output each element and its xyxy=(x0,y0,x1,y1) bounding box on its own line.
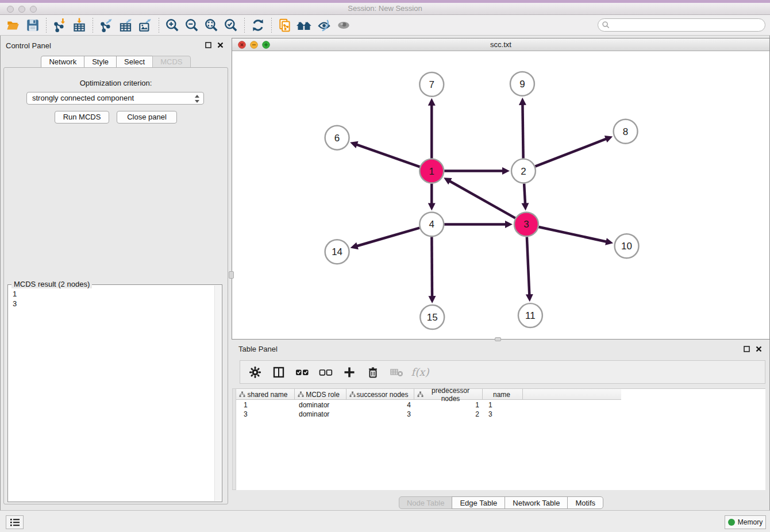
export-network-icon[interactable] xyxy=(97,17,116,34)
graph-edge-3-1[interactable] xyxy=(450,181,515,218)
toolbar-separator xyxy=(46,18,47,33)
graph-edge-3-10[interactable] xyxy=(538,227,606,242)
mcds-result-list[interactable]: 1 3 xyxy=(13,289,17,309)
graph-edge-4-15[interactable] xyxy=(432,237,432,296)
cell-name: 1 xyxy=(488,400,492,410)
tab-network-table[interactable]: Network Table xyxy=(505,496,568,509)
application-window: Session: New Session xyxy=(0,0,770,532)
graph-node-label: 11 xyxy=(525,310,536,321)
graph-node-label: 9 xyxy=(519,79,525,90)
graph-edge-2-3[interactable] xyxy=(524,184,525,204)
graph-node-14[interactable]: 14 xyxy=(325,240,349,264)
import-table-icon[interactable] xyxy=(70,17,89,34)
gear-icon[interactable] xyxy=(248,365,262,379)
list-icon xyxy=(10,518,20,527)
vertical-splitter-handle[interactable] xyxy=(229,271,234,279)
close-panel-icon[interactable] xyxy=(756,346,762,352)
graph-node-3[interactable]: 3 xyxy=(514,212,538,236)
show-graphics-details-icon[interactable] xyxy=(334,17,353,34)
column-header-successor-nodes[interactable]: successor nodes xyxy=(346,389,414,400)
select-all-checkboxes-icon[interactable] xyxy=(295,365,309,379)
graph-edge-2-8[interactable] xyxy=(535,139,606,167)
graph-edge-arrowhead xyxy=(351,242,359,249)
hierarchy-icon xyxy=(298,391,304,398)
close-panel-button[interactable]: Close panel xyxy=(117,111,177,124)
deselect-all-checkboxes-icon[interactable] xyxy=(319,365,333,379)
hierarchy-icon xyxy=(417,391,424,398)
save-session-icon[interactable] xyxy=(23,17,43,34)
apply-preferred-layout-icon[interactable] xyxy=(248,17,268,34)
zoom-fit-icon[interactable] xyxy=(202,17,221,34)
zoom-out-icon[interactable] xyxy=(182,17,202,34)
graph-edge-arrowhead xyxy=(502,167,510,175)
cell-predecessor-nodes: 2 xyxy=(414,410,479,419)
column-header-predecessor-nodes[interactable]: predecessor nodes xyxy=(414,389,483,400)
optimization-criterion-select[interactable]: strongly connected component xyxy=(26,92,204,105)
graph-node-label: 7 xyxy=(429,79,434,90)
network-canvas[interactable]: 7968124314101511 xyxy=(232,51,769,339)
graph-node-10[interactable]: 10 xyxy=(615,234,639,258)
new-network-from-selection-icon[interactable] xyxy=(275,17,295,34)
export-table-icon[interactable] xyxy=(116,17,136,34)
titlebar-accent xyxy=(0,0,770,3)
apply-function-icon[interactable]: f(x) xyxy=(413,365,427,379)
result-scrollbar[interactable] xyxy=(214,286,221,501)
graph-node-1[interactable]: 1 xyxy=(419,159,444,183)
graph-node-15[interactable]: 15 xyxy=(420,305,444,329)
tab-motifs[interactable]: Motifs xyxy=(567,496,603,509)
run-mcds-button[interactable]: Run MCDS xyxy=(55,111,109,124)
graph-edge-arrowhead xyxy=(429,296,436,303)
graph-node-label: 6 xyxy=(334,133,340,144)
tab-network[interactable]: Network xyxy=(41,56,84,68)
graph-edge-arrowhead xyxy=(521,203,529,210)
column-header-mcds-role[interactable]: MCDS role xyxy=(295,389,346,400)
memory-button[interactable]: Memory xyxy=(725,515,766,529)
graph-node-11[interactable]: 11 xyxy=(518,303,542,327)
graph-node-8[interactable]: 8 xyxy=(614,119,638,144)
float-panel-icon[interactable] xyxy=(205,42,211,48)
graph-node-label: 2 xyxy=(521,166,526,177)
tab-edge-table[interactable]: Edge Table xyxy=(452,496,505,509)
graph-edge-1-6[interactable] xyxy=(356,145,419,167)
table-panel-header: Table Panel xyxy=(232,342,770,357)
network-graph[interactable]: 7968124314101511 xyxy=(232,51,769,339)
graph-node-4[interactable]: 4 xyxy=(419,212,444,236)
tab-style[interactable]: Style xyxy=(84,56,117,68)
cell-shared-name: 3 xyxy=(244,410,248,419)
hierarchy-icon xyxy=(349,391,356,398)
add-column-icon[interactable] xyxy=(342,365,356,379)
graph-node-7[interactable]: 7 xyxy=(419,72,444,97)
export-image-icon[interactable] xyxy=(136,17,155,34)
delete-table-icon[interactable] xyxy=(390,365,403,379)
search-box xyxy=(598,18,765,32)
graph-node-9[interactable]: 9 xyxy=(510,72,534,96)
graph-node-6[interactable]: 6 xyxy=(325,126,349,150)
optimization-criterion-label: Optimization criterion: xyxy=(4,79,228,87)
network-window-titlebar[interactable]: scc.txt xyxy=(232,38,769,51)
import-network-icon[interactable] xyxy=(50,17,70,34)
open-file-icon[interactable] xyxy=(3,17,23,34)
delete-column-icon[interactable] xyxy=(366,365,380,379)
first-neighbors-icon[interactable] xyxy=(295,17,314,34)
mcds-result-line: 1 xyxy=(13,289,17,299)
zoom-in-icon[interactable] xyxy=(163,17,182,34)
graph-edge-2-9[interactable] xyxy=(522,105,523,159)
graph-edge-4-14[interactable] xyxy=(357,228,419,246)
float-panel-icon[interactable] xyxy=(744,346,750,352)
tab-mcds[interactable]: MCDS xyxy=(152,56,190,68)
zoom-selected-icon[interactable] xyxy=(221,17,241,34)
hide-graphics-details-icon[interactable] xyxy=(314,17,334,34)
graph-edge-3-11[interactable] xyxy=(527,237,529,295)
graph-node-2[interactable]: 2 xyxy=(511,159,536,183)
column-header-shared-name[interactable]: shared name xyxy=(236,389,295,400)
graph-node-label: 4 xyxy=(429,219,434,230)
search-input[interactable] xyxy=(598,18,765,32)
close-panel-icon[interactable] xyxy=(217,42,224,48)
tab-node-table[interactable]: Node Table xyxy=(399,496,453,509)
horizontal-splitter-handle[interactable] xyxy=(495,337,501,341)
show-columns-icon[interactable] xyxy=(272,365,286,379)
tab-select[interactable]: Select xyxy=(116,56,153,68)
main-toolbar xyxy=(0,15,770,36)
task-history-button[interactable] xyxy=(6,515,24,529)
column-header-name[interactable]: name xyxy=(483,389,523,400)
